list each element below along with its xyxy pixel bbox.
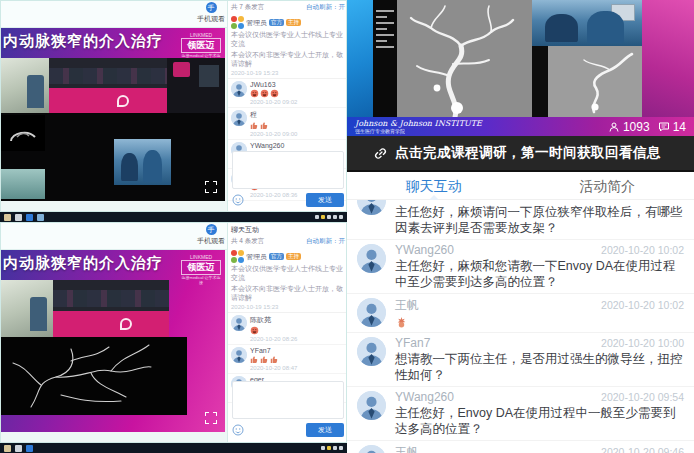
chat-message: YFan7 2020-10-20 10:00 想请教一下两位主任，是否用过强生的… — [347, 333, 694, 387]
admin-avatar-icon — [231, 250, 244, 263]
player-bottom-bar: Johnson & Johnson INSTITUTE 强生医疗专业教育学院 1… — [347, 117, 694, 136]
grin-icon — [250, 326, 259, 335]
auto-refresh-toggle[interactable]: 自动刷新：开 — [306, 3, 345, 12]
video-feed-monitors — [167, 58, 225, 113]
chat-username: 程 — [250, 110, 345, 120]
taskbar-icon[interactable] — [15, 445, 22, 452]
message-username: YFan7 — [395, 336, 430, 350]
system-tray[interactable] — [321, 446, 343, 450]
brand-top: LINKMED — [181, 32, 221, 38]
grin-icon — [270, 89, 279, 98]
system-tray[interactable] — [315, 215, 343, 219]
fullscreen-icon[interactable] — [205, 412, 217, 424]
chat-input[interactable] — [232, 381, 344, 419]
chat-message: 陈歆苑 2020-10-20 08:26 — [228, 313, 347, 345]
emoji-row — [395, 316, 684, 329]
video-feed-panelists — [53, 280, 169, 337]
message-username: YWang260 — [395, 243, 454, 257]
jnj-logo-subtext: 强生医疗专业教育学院 — [355, 129, 482, 134]
banner-logo-mark — [117, 95, 129, 107]
message-time: 2020-10-20 09:54 — [601, 391, 684, 403]
mobile-watch-icon: 手 — [206, 2, 217, 13]
live-video-area: 内动脉狭窄的介入治疗 LINKMED 领医迈 连接medical 让学术连接 — [1, 250, 225, 432]
emoji-picker-icon[interactable] — [232, 194, 244, 206]
chat-input[interactable] — [232, 151, 344, 189]
notice-line1: 本会议仅供医学专业人士作线上专业交流 — [231, 30, 345, 49]
taskbar-icon[interactable] — [4, 214, 11, 221]
notice-time: 2020-10-19 15:23 — [231, 304, 345, 310]
video-feed-panelists — [49, 58, 167, 113]
chat-message: 程 2020-10-20 09:00 — [228, 108, 347, 140]
taskbar-icon[interactable] — [4, 445, 11, 452]
survey-banner[interactable]: 点击完成课程调研，第一时间获取回看信息 — [347, 136, 694, 172]
chat-count: 共 4 条发言 — [231, 237, 264, 246]
chat-time: 2020-10-20 08:26 — [250, 336, 345, 342]
user-avatar-icon — [231, 81, 247, 97]
message-username: 王帆 — [395, 297, 419, 314]
send-button[interactable]: 发送 — [306, 423, 344, 437]
admin-name: 管理员 — [246, 18, 267, 28]
fullscreen-icon[interactable] — [205, 181, 217, 193]
player-bg-left — [347, 0, 373, 117]
thumbs-up-icon — [270, 355, 279, 364]
surgery-video-feed — [532, 0, 642, 46]
windows-taskbar — [0, 212, 347, 222]
taskbar-icon[interactable] — [15, 214, 22, 221]
mobile-watch-button[interactable]: 手 手机观看 — [191, 224, 231, 246]
message-text: 主任您好，Envoy DA在使用过程中一般至少需要到达多高的位置？ — [395, 405, 684, 437]
thumbs-up-icon — [260, 355, 269, 364]
host-badge: 主持 — [286, 253, 301, 260]
chat-username: YFan7 — [250, 347, 345, 354]
mobile-watch-button[interactable]: 手 手机观看 — [191, 2, 231, 24]
user-avatar-icon — [357, 200, 386, 215]
admin-notice: 管理员 官方 主持 本会议仅供医学专业人士作线上专业交流 本会议不向非医学专业人… — [228, 14, 347, 79]
message-text: 主任您好，麻烦请问一下原位狭窄伴取栓后，有哪些因素去评判是否需要放支架？ — [395, 204, 684, 236]
brand-sub: 连接medical 让学术连接 — [181, 275, 221, 285]
viewer-icon — [608, 121, 620, 133]
banner-logo-mark — [120, 318, 132, 330]
chat-count: 共 7 条发言 — [231, 3, 264, 12]
brand-logo: LINKMED 领医迈 连接medical 让学术连接 — [181, 254, 221, 285]
brand-name: 领医迈 — [181, 38, 221, 53]
panelists — [49, 68, 167, 85]
chat-message: 王帆 2020-10-20 09:46 — [347, 441, 694, 453]
send-button[interactable]: 发送 — [306, 193, 344, 207]
chat-message: JWu163 2020-10-20 09:02 — [228, 79, 347, 108]
chat-message-list[interactable]: 主任您好，麻烦请问一下原位狭窄伴取栓后，有哪些因素去评判是否需要放支架？ YWa… — [347, 200, 694, 453]
mobile-watch-label: 手机观看 — [191, 236, 231, 246]
message-time: 2020-10-20 10:02 — [601, 299, 684, 311]
video-feed-office — [1, 280, 53, 337]
message-time: 2020-10-20 10:02 — [601, 244, 684, 256]
user-avatar-icon — [357, 298, 386, 327]
desktop-screenshot-bottom: 手 手机观看 内动脉狭窄的介入治疗 LINKMED 领医迈 连接medical … — [0, 222, 347, 443]
panelists — [53, 290, 169, 307]
table-banner — [49, 88, 167, 113]
emoji-row — [250, 326, 345, 335]
video-feed-or — [114, 139, 171, 185]
angiogram-small — [532, 46, 642, 117]
viewer-count: 1093 — [608, 120, 650, 134]
user-avatar-icon — [231, 315, 247, 331]
taskbar-icon[interactable] — [37, 214, 44, 221]
auto-refresh-toggle[interactable]: 自动刷新：开 — [306, 237, 345, 246]
taskbar-icon[interactable] — [26, 214, 33, 221]
chat-username: JWu163 — [250, 81, 345, 88]
composite-screenshot: 手 手机观看 内动脉狭窄的介入治疗 LINKMED 领医迈 连接medical … — [0, 0, 694, 453]
video-feed-room — [1, 169, 45, 199]
tab-bar: 聊天互动 活动简介 — [347, 172, 694, 200]
chat-sidebar: 共 7 条发言 自动刷新：开 管理员 官方 主持 本会议仅供医学专业人士作线上专… — [227, 1, 347, 212]
brand-name: 领医迈 — [181, 260, 221, 275]
chat-sidebar-header: 共 7 条发言 自动刷新：开 — [228, 1, 347, 14]
user-avatar-icon — [357, 391, 386, 420]
tab-intro[interactable]: 活动简介 — [521, 172, 694, 199]
chat-message: YFan7 2020-10-20 08:47 — [228, 345, 347, 374]
admin-notice: 管理员 官方 主持 本会议仅供医学专业人士作线上专业交流 本会议不向非医学专业人… — [228, 248, 347, 313]
tab-chat[interactable]: 聊天互动 — [347, 172, 521, 199]
user-avatar-icon — [231, 110, 247, 126]
emoji-row — [250, 121, 345, 130]
windows-taskbar — [0, 443, 347, 453]
taskbar-icon[interactable] — [26, 445, 33, 452]
emoji-picker-icon[interactable] — [232, 424, 244, 436]
official-badge: 官方 — [269, 19, 284, 26]
video-feed-strip — [1, 113, 225, 201]
